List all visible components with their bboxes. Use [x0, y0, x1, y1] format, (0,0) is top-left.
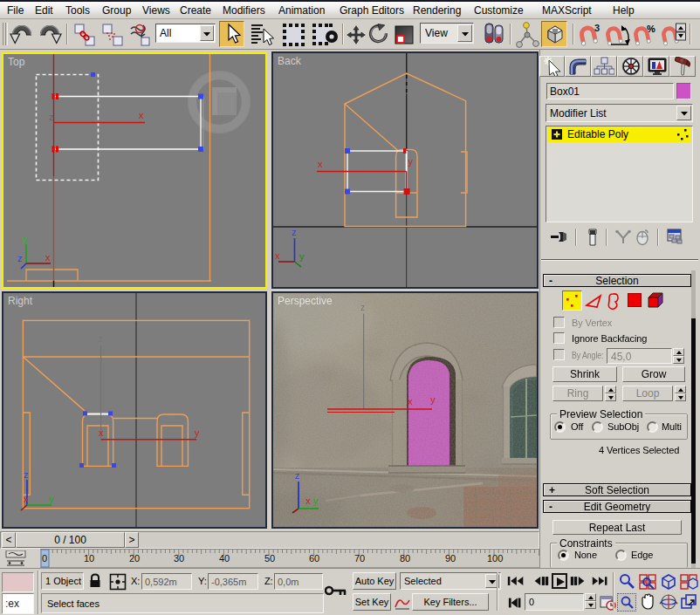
svg-text:x: x — [24, 494, 29, 504]
svg-text:z: z — [98, 333, 103, 344]
svg-text:30: 30 — [174, 553, 184, 564]
svg-text:x: x — [408, 396, 413, 407]
svg-text:y: y — [23, 234, 28, 244]
svg-text:%: % — [647, 24, 655, 34]
svg-text:x: x — [275, 250, 280, 261]
svg-text:z: z — [24, 469, 29, 480]
svg-text:x: x — [305, 495, 311, 506]
svg-text:10: 10 — [84, 553, 94, 564]
svg-text:z: z — [49, 112, 54, 122]
svg-text:y: y — [430, 394, 436, 405]
svg-text:60: 60 — [309, 553, 319, 564]
svg-text:0: 0 — [42, 553, 47, 564]
svg-text:20: 20 — [129, 553, 140, 564]
svg-text:z: z — [360, 303, 365, 312]
svg-text:100: 100 — [487, 553, 503, 564]
svg-text:x: x — [139, 110, 144, 120]
svg-text:z: z — [295, 470, 300, 481]
svg-text:y: y — [299, 251, 305, 262]
svg-text:z: z — [292, 227, 297, 237]
svg-text:50: 50 — [264, 553, 275, 564]
svg-text:3: 3 — [594, 23, 600, 33]
svg-text:x: x — [45, 252, 51, 263]
svg-text:z: z — [17, 253, 23, 263]
svg-text:80: 80 — [400, 553, 410, 564]
svg-text:y: y — [408, 156, 414, 167]
svg-text:70: 70 — [354, 553, 365, 564]
svg-text:y: y — [195, 427, 200, 438]
svg-text:x: x — [318, 159, 323, 169]
svg-text:40: 40 — [219, 553, 230, 564]
svg-text:90: 90 — [445, 553, 456, 564]
svg-text:y: y — [313, 495, 319, 506]
svg-text:y: y — [49, 494, 54, 504]
svg-text:x: x — [99, 427, 104, 438]
